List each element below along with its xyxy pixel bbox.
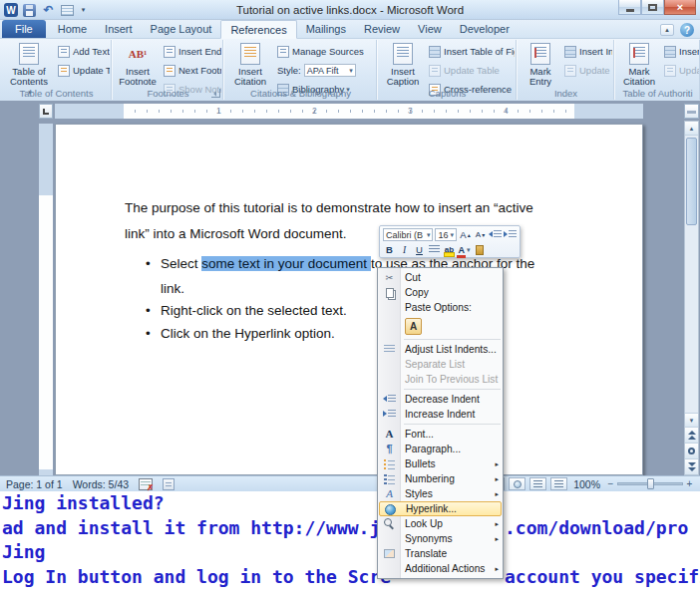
insert-citation-button[interactable]: Insert Citation [227, 42, 273, 87]
insert-table-of-figures-button[interactable]: Insert Table of Figures [427, 43, 515, 60]
menu-item-decrease-indent[interactable]: Decrease Indent [378, 392, 503, 407]
tab-developer[interactable]: Developer [451, 20, 519, 38]
group-label-table-of-contents: Table of Contents [2, 88, 111, 99]
zoom-slider-thumb[interactable] [647, 478, 654, 489]
insert-table-of-authorities-button[interactable]: Insert Table of [662, 43, 699, 60]
zoom-level[interactable]: 100% [573, 478, 600, 490]
titlebar[interactable]: W ↶ ▾ Tutorial on active links.docx - Mi… [0, 0, 700, 20]
underline-button[interactable]: U [413, 243, 426, 256]
group-label-table-of-authorities: Table of Authoriti [616, 88, 699, 99]
scroll-down-arrow-icon[interactable]: ▼ [685, 413, 698, 427]
menu-item-separate-list[interactable]: Separate List [378, 357, 503, 372]
tab-review[interactable]: Review [355, 20, 409, 38]
zoom-in-icon[interactable]: + [685, 478, 694, 489]
tab-insert[interactable]: Insert [96, 20, 142, 38]
menu-item-copy[interactable]: Copy [378, 285, 503, 300]
double-up-chevron-icon [688, 431, 696, 435]
tab-mailings[interactable]: Mailings [297, 20, 355, 38]
screen: Jing installed? ad and install it from h… [0, 0, 700, 598]
vertical-scrollbar[interactable]: ▲ ▼ [684, 121, 699, 475]
menu-item-additional-actions[interactable]: Additional Actions▸ [378, 561, 503, 576]
menu-item-adjust-list-indents[interactable]: Adjust List Indents... [378, 342, 503, 357]
paragraph-line: link” into a Microsoft Word document. [125, 226, 347, 241]
zoom-out-icon[interactable]: − [606, 478, 615, 489]
zoom-slider-track[interactable] [617, 482, 683, 485]
menu-item-cut[interactable]: ✂Cut [378, 270, 503, 285]
menu-item-bullets[interactable]: Bullets▸ [378, 456, 503, 471]
close-button[interactable]: × [664, 0, 696, 15]
menu-item-synonyms[interactable]: Synonyms▸ [378, 531, 503, 546]
maximize-icon [648, 4, 657, 11]
menu-item-translate[interactable]: Translate [378, 546, 503, 561]
format-painter-button[interactable] [473, 243, 486, 256]
update-table-button[interactable]: Update Table [662, 62, 699, 79]
menu-item-numbering[interactable]: Numbering▸ [378, 471, 503, 486]
tab-stop-selector[interactable] [39, 104, 53, 119]
macro-record-icon[interactable] [163, 478, 175, 490]
tab-page-layout[interactable]: Page Layout [142, 20, 221, 38]
ruler-toggle-button[interactable] [684, 104, 699, 119]
update-table-button[interactable]: Update Table [427, 62, 515, 79]
bullet-line: Right-click on the selected text. [161, 303, 347, 318]
collapse-ribbon-icon[interactable]: ▴ [660, 24, 674, 36]
menu-item-hyperlink[interactable]: Hyperlink... [379, 501, 502, 516]
word-count[interactable]: Words: 5/43 [73, 478, 129, 490]
menu-item-font[interactable]: AFont... [378, 427, 503, 442]
center-align-button[interactable] [428, 243, 441, 256]
paste-keep-text-only-button[interactable]: A [405, 318, 422, 335]
shrink-font-button[interactable]: A▾ [474, 228, 487, 241]
insert-caption-button[interactable]: Insert Caption [381, 42, 425, 87]
page-indicator[interactable]: Page: 1 of 1 [6, 478, 63, 490]
tab-file[interactable]: File [2, 20, 46, 38]
web-layout-view-button[interactable] [509, 477, 525, 490]
scrollbar-thumb[interactable] [686, 138, 697, 225]
draft-view-button[interactable] [550, 477, 567, 490]
menu-item-paragraph[interactable]: ¶Paragraph... [378, 442, 503, 456]
increase-indent-icon [383, 410, 396, 419]
outline-view-button[interactable] [529, 477, 546, 490]
table-of-contents-button[interactable]: Table of Contents ▾ [4, 42, 54, 87]
insert-index-button[interactable]: Insert Index [562, 43, 612, 60]
zoom-slider[interactable]: − + [606, 478, 694, 489]
font-name-combo[interactable]: Calibri (B▾ [383, 228, 433, 241]
mark-entry-button[interactable]: Mark Entry [521, 42, 560, 87]
select-browse-object-button[interactable] [685, 443, 698, 458]
menu-item-look-up[interactable]: Look Up▸ [378, 516, 503, 531]
font-color-button[interactable]: A▾ [458, 243, 471, 256]
manage-sources-button[interactable]: Manage Sources [275, 43, 375, 60]
selected-text[interactable]: some text in your document [201, 256, 371, 271]
menu-item-increase-indent[interactable]: Increase Indent [378, 407, 503, 422]
previous-page-button[interactable] [685, 427, 698, 443]
highlight-color-button[interactable]: ab [443, 243, 456, 256]
update-table-button[interactable]: Update Table [56, 62, 110, 79]
next-footnote-button[interactable]: Next Footnote▾ [162, 62, 221, 79]
italic-button[interactable]: I [398, 243, 411, 256]
group-label-captions: Captions [379, 88, 516, 99]
next-page-button[interactable] [685, 458, 698, 474]
scroll-up-arrow-icon[interactable]: ▲ [685, 122, 698, 136]
proofing-error-icon[interactable]: ✗ [139, 478, 153, 490]
maximize-button[interactable] [641, 0, 664, 15]
minimize-button[interactable] [618, 0, 641, 15]
update-index-button[interactable]: Update Index [562, 62, 612, 79]
menu-item-styles[interactable]: AStyles▸ [378, 486, 503, 501]
horizontal-ruler[interactable]: 1 2 3 4 [55, 104, 643, 119]
grow-font-button[interactable]: A▴ [459, 228, 472, 241]
help-icon[interactable]: ? [680, 23, 694, 37]
increase-indent-button[interactable] [504, 228, 517, 241]
decrease-indent-button[interactable] [489, 228, 502, 241]
menu-item-join-to-previous-list[interactable]: Join To Previous List [378, 372, 503, 387]
font-size-combo[interactable]: 16▾ [435, 228, 457, 241]
footnotes-dialog-launcher-icon[interactable] [211, 89, 220, 98]
bold-button[interactable]: B [383, 243, 396, 256]
document-page[interactable]: The purpose of this tutorial is to demon… [55, 124, 643, 475]
vertical-ruler[interactable] [39, 124, 53, 475]
tab-references[interactable]: References [220, 20, 296, 39]
add-text-button[interactable]: Add Text▾ [56, 43, 110, 60]
tab-view[interactable]: View [409, 20, 451, 38]
mark-citation-button[interactable]: Mark Citation [618, 42, 660, 87]
insert-endnote-button[interactable]: Insert Endnote [162, 43, 221, 60]
citation-style-combo[interactable]: APA Fift▾ [304, 64, 356, 77]
tab-home[interactable]: Home [49, 20, 96, 38]
insert-footnote-button[interactable]: AB¹ Insert Footnote [116, 42, 160, 87]
